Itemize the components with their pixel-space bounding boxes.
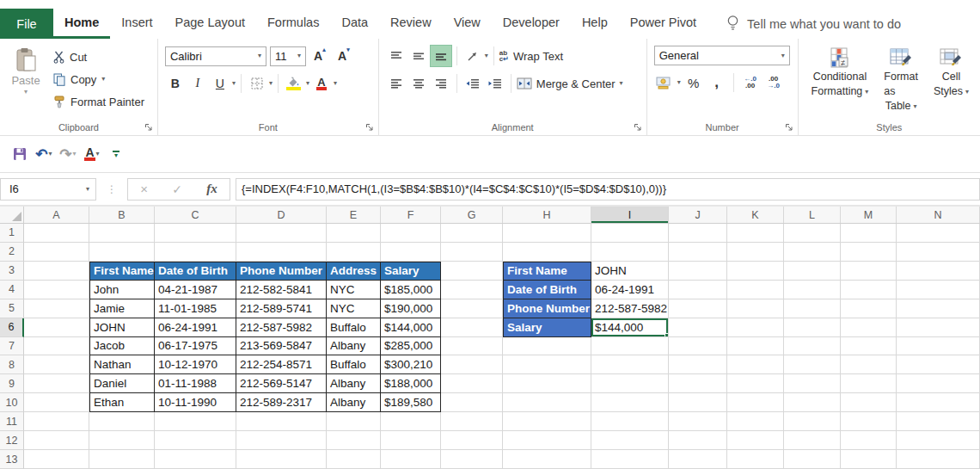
increase-decimal-button[interactable]: ←.0.00 [740,72,761,93]
cell-F1[interactable] [381,224,441,243]
cell-E9[interactable]: Albany [327,374,381,393]
cell-K10[interactable] [727,393,784,412]
cell-H5[interactable]: Phone Number [503,299,591,318]
cell-E12[interactable] [327,431,381,450]
cell-L7[interactable] [784,337,841,356]
cell-I3[interactable]: JOHN [591,262,669,281]
cell-J7[interactable] [669,337,727,356]
select-all-corner[interactable] [0,207,24,223]
cell-J11[interactable] [669,412,727,431]
cancel-icon[interactable]: × [140,182,148,196]
cell-N10[interactable] [897,393,980,412]
cell-B8[interactable]: Nathan [89,355,155,374]
increase-indent-button[interactable] [485,73,505,94]
cell-I11[interactable] [591,412,669,431]
cell-E11[interactable] [327,412,381,431]
cell-G3[interactable] [441,262,503,281]
column-header-M[interactable]: M [841,207,897,223]
cell-L8[interactable] [784,355,841,374]
align-left-button[interactable] [386,73,407,94]
increase-font-size-button[interactable]: A▴ [309,46,330,66]
cell-J8[interactable] [669,355,727,374]
top-align-button[interactable] [386,46,407,66]
cell-M9[interactable] [841,374,897,393]
cell-L2[interactable] [784,243,841,262]
cell-H10[interactable] [503,393,591,412]
qat-font-color-button[interactable]: A ▾ [81,143,103,165]
cell-L11[interactable] [784,412,841,431]
cell-J9[interactable] [669,374,727,393]
redo-button[interactable]: ↷ ▾ [57,143,79,165]
cut-button[interactable]: Cut [53,47,144,66]
cell-B7[interactable]: Jacob [89,337,155,356]
cell-E1[interactable] [327,224,381,243]
insert-function-icon[interactable]: fx [206,182,217,196]
row-header-13[interactable]: 13 [0,450,24,469]
cell-B2[interactable] [89,243,155,262]
cell-F10[interactable]: $189,580 [381,393,441,412]
cell-D7[interactable]: 213-569-5847 [236,337,327,356]
cell-C8[interactable]: 10-12-1970 [155,355,236,374]
cell-D12[interactable] [236,431,327,450]
cell-C9[interactable]: 01-11-1988 [155,374,236,393]
fill-color-button[interactable] [284,73,304,94]
orientation-chevron-icon[interactable]: ▾ [485,52,488,59]
column-header-G[interactable]: G [441,207,503,223]
cell-A4[interactable] [24,281,89,299]
cell-M11[interactable] [841,412,897,431]
tell-me[interactable]: Tell me what you want to do [726,9,901,39]
cell-B13[interactable] [89,450,155,469]
merge-center-button[interactable]: Merge & Center ▾ [517,73,623,94]
column-header-E[interactable]: E [327,207,381,223]
clipboard-dialog-launcher[interactable] [144,123,153,132]
cell-M4[interactable] [841,281,897,299]
column-header-A[interactable]: A [24,207,89,223]
cell-A1[interactable] [24,224,89,243]
cell-D4[interactable]: 212-582-5841 [236,281,327,299]
cell-C2[interactable] [155,243,236,262]
column-header-N[interactable]: N [897,207,980,223]
cell-B12[interactable] [89,431,155,450]
cell-J2[interactable] [669,243,727,262]
decrease-decimal-button[interactable]: .00→.0 [763,72,784,93]
bold-button[interactable]: B [165,73,186,94]
cell-N2[interactable] [897,243,980,262]
cell-J5[interactable] [669,299,727,318]
copy-button[interactable]: Copy ▾ [53,70,144,89]
cell-M5[interactable] [841,299,897,318]
cell-C11[interactable] [155,412,236,431]
cell-E13[interactable] [327,450,381,469]
cell-D10[interactable]: 212-589-2317 [236,393,327,412]
save-button[interactable] [9,143,31,165]
font-color-chevron-icon[interactable]: ▾ [334,80,337,87]
cell-E8[interactable]: Buffalo [327,355,381,374]
cell-G2[interactable] [441,243,503,262]
column-header-L[interactable]: L [784,207,841,223]
cell-H2[interactable] [503,243,591,262]
cell-H11[interactable] [503,412,591,431]
cell-E3[interactable]: Address [327,262,381,281]
cell-A5[interactable] [24,299,89,318]
cell-F4[interactable]: $185,000 [381,281,441,299]
cell-I4[interactable]: 06-24-1991 [591,281,669,299]
row-header-6[interactable]: 6 [0,318,24,337]
cell-A2[interactable] [24,243,89,262]
cell-J13[interactable] [669,450,727,469]
cell-N8[interactable] [897,355,980,374]
cell-M3[interactable] [841,262,897,281]
cell-N4[interactable] [897,281,980,299]
cell-A7[interactable] [24,337,89,356]
conditional-formatting-button[interactable]: ≠ Conditional Formatting▾ [805,46,875,115]
cell-styles-button[interactable]: Cell Styles▾ [928,46,975,115]
cell-N11[interactable] [897,412,980,431]
cell-G7[interactable] [441,337,503,356]
undo-button[interactable]: ↶ ▾ [33,143,55,165]
cell-K9[interactable] [727,374,784,393]
cell-B10[interactable]: Ethan [89,393,155,412]
borders-button[interactable] [247,73,267,94]
column-header-J[interactable]: J [669,207,727,223]
cell-F11[interactable] [381,412,441,431]
cell-A13[interactable] [24,450,89,469]
cell-C7[interactable]: 06-17-1975 [155,337,236,356]
column-header-D[interactable]: D [236,207,327,223]
